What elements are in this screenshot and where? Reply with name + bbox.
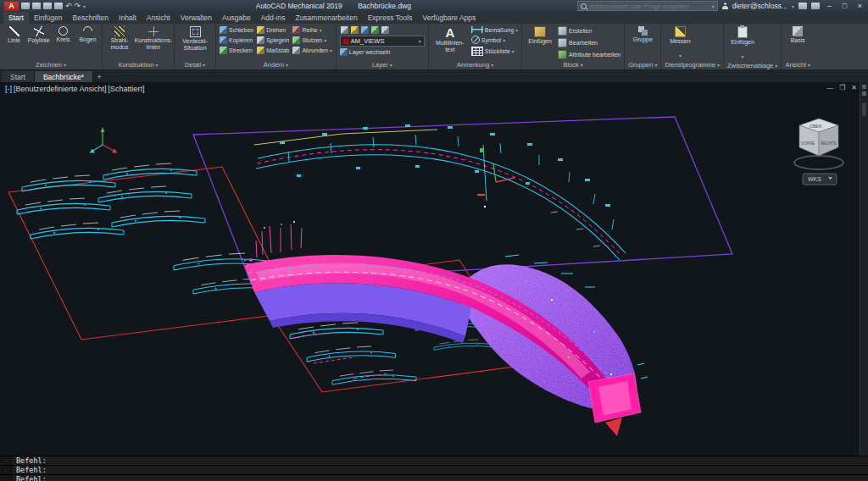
- plot-icon[interactable]: [54, 3, 63, 9]
- tool-block-erstellen[interactable]: Erstellen: [558, 26, 620, 36]
- layer-lock-icon[interactable]: [371, 26, 379, 34]
- tool-block-einfuegen[interactable]: Einfügen: [526, 26, 554, 45]
- file-tab[interactable]: Bachbrücke*: [35, 71, 93, 82]
- ribbon-tab[interactable]: Beschriften: [68, 12, 114, 24]
- ribbon-tab[interactable]: Zusammenarbeiten: [290, 12, 362, 24]
- model-space-view[interactable]: OBEN VORNE RECHTS WKS: [0, 82, 868, 456]
- autocad-logo[interactable]: A: [4, 2, 19, 11]
- user-avatar-icon[interactable]: [722, 3, 728, 9]
- command-row[interactable]: Befehl:: [0, 465, 868, 474]
- undo-icon[interactable]: ↶: [65, 3, 72, 9]
- panel-footer-zwischenablage[interactable]: Zwischenablage: [724, 62, 781, 69]
- panel-footer-aendern[interactable]: Ändern: [216, 60, 336, 69]
- tool-messen[interactable]: Messen: [665, 26, 695, 61]
- tool-multilinientext[interactable]: A Multilinien- text: [432, 26, 468, 53]
- layer-dropdown[interactable]: AM_VIEWS: [340, 36, 425, 47]
- tool-linie[interactable]: Linie: [3, 26, 25, 44]
- tool-block-bearbeiten[interactable]: Bearbeiten: [558, 38, 620, 47]
- viewcube-compass-ring[interactable]: [794, 156, 843, 169]
- viewport-minimize-button[interactable]: —: [826, 84, 833, 91]
- tool-bemassung[interactable]: Bemaßung: [471, 26, 518, 33]
- ribbon-tab[interactable]: Express Tools: [363, 12, 418, 24]
- strip-icon-top[interactable]: [862, 85, 866, 89]
- minimize-button[interactable]: –: [824, 2, 835, 10]
- help-icon[interactable]: [811, 3, 820, 9]
- ribbon-tab[interactable]: Inhalt: [114, 12, 142, 24]
- tool-strecken[interactable]: Strecken: [220, 47, 253, 54]
- new-drawing-tab-button[interactable]: +: [93, 71, 105, 82]
- wks-dropdown[interactable]: WKS: [803, 174, 837, 185]
- command-row[interactable]: Befehl:: [0, 474, 868, 481]
- tool-verdeckt-situation[interactable]: Verdeckt- Situation: [178, 26, 212, 51]
- tool-schieben[interactable]: Schieben: [220, 26, 253, 34]
- layer-match-icon[interactable]: [381, 26, 389, 34]
- close-button[interactable]: ×: [854, 2, 865, 10]
- panel-footer-gruppen[interactable]: Gruppen: [625, 60, 660, 69]
- tool-abrunden[interactable]: Abrunden: [292, 47, 331, 54]
- panel-footer-zeichnen[interactable]: Zeichnen: [0, 60, 102, 69]
- restore-button[interactable]: □: [839, 2, 850, 10]
- viewport-view-control[interactable]: [Benutzerdefinierte Ansicht]: [14, 85, 107, 93]
- tool-attribute-bearbeiten[interactable]: Attribute bearbeiten: [558, 50, 620, 59]
- quick-access-caret-icon[interactable]: [83, 2, 86, 10]
- ribbon-tab[interactable]: Verwalten: [175, 12, 217, 24]
- tool-spiegeln[interactable]: Spiegeln: [257, 36, 289, 44]
- viewcube[interactable]: OBEN VORNE RECHTS: [794, 119, 843, 169]
- panel-footer-konstruktion[interactable]: Konstruktion: [103, 60, 174, 69]
- panel-footer-ansicht[interactable]: Ansicht: [782, 60, 814, 69]
- layer-properties-icon[interactable]: [341, 26, 348, 34]
- ribbon-tab[interactable]: Verfügbare Apps: [417, 12, 481, 24]
- ucs-icon[interactable]: [90, 127, 118, 153]
- viewport-close-button[interactable]: ✕: [851, 84, 857, 91]
- panel-footer-anmerkung[interactable]: Anmerkung: [429, 60, 521, 69]
- group-icon: [638, 26, 648, 36]
- command-line-area[interactable]: Befehl: Befehl: Befehl:: [0, 456, 868, 481]
- user-name[interactable]: dieter@schloss...: [732, 2, 787, 10]
- tool-basis[interactable]: Basis: [785, 26, 810, 44]
- viewport-restore-button[interactable]: ❐: [839, 84, 845, 91]
- save-file-icon[interactable]: [43, 3, 52, 9]
- tool-polylinie[interactable]: Polylinie: [28, 26, 49, 44]
- viewport-visual-style-control[interactable]: [Schattiert]: [108, 85, 145, 93]
- ribbon-tab[interactable]: Ausgabe: [217, 12, 256, 24]
- search-caret-icon[interactable]: [712, 2, 715, 10]
- drawing-area[interactable]: [-] [Benutzerdefinierte Ansicht] [Schatt…: [0, 82, 868, 456]
- panel-footer-block[interactable]: Block: [522, 60, 624, 69]
- caret-icon: [503, 37, 505, 43]
- tool-massstab[interactable]: Maßstab: [257, 47, 289, 54]
- command-row[interactable]: Befehl:: [0, 456, 868, 465]
- app-store-icon[interactable]: [798, 3, 807, 9]
- file-tab[interactable]: Start: [2, 71, 35, 82]
- tool-bogen[interactable]: Bogen: [77, 26, 98, 43]
- tool-kreis[interactable]: Kreis: [53, 26, 74, 43]
- panel-footer-dienstprogramme[interactable]: Dienstprogramme: [661, 61, 723, 69]
- ribbon-tab[interactable]: Ansicht: [142, 12, 175, 24]
- tool-stutzen[interactable]: Stutzen: [292, 36, 331, 44]
- tool-symbol[interactable]: Symbol: [471, 36, 518, 44]
- ribbon-tab[interactable]: Einfügen: [29, 12, 68, 24]
- tool-reihe[interactable]: Reihe: [292, 26, 331, 34]
- new-file-icon[interactable]: [21, 3, 30, 9]
- panel-footer-detail[interactable]: Detail: [175, 60, 215, 69]
- search-box[interactable]: [577, 1, 718, 11]
- tool-gruppe[interactable]: Gruppe: [628, 26, 657, 43]
- strip-scroll-thumb[interactable]: [862, 102, 866, 116]
- tool-konstruktionslinien[interactable]: Konstruktions- linien: [136, 26, 170, 50]
- ribbon-tab[interactable]: Start: [3, 12, 29, 24]
- viewport-minimize-control[interactable]: [-]: [5, 85, 12, 93]
- panel-footer-layer[interactable]: Layer: [337, 60, 428, 69]
- tool-kopieren[interactable]: Kopieren: [220, 36, 253, 44]
- tool-drehen[interactable]: Drehen: [257, 26, 289, 34]
- tool-paste-einfuegen[interactable]: Einfügen: [727, 26, 758, 62]
- search-input[interactable]: [589, 3, 709, 10]
- tool-stueckliste[interactable]: Stückliste: [471, 47, 518, 56]
- open-file-icon[interactable]: [32, 3, 41, 9]
- layer-on-icon[interactable]: [351, 26, 359, 34]
- strip-icon-second[interactable]: [862, 91, 866, 96]
- ribbon-tab[interactable]: Add-ins: [256, 12, 291, 24]
- user-caret-icon[interactable]: [792, 2, 794, 10]
- redo-icon[interactable]: ↷: [75, 3, 81, 9]
- tool-strahlmodus[interactable]: Strahl- modus: [106, 26, 133, 50]
- layer-switch-button[interactable]: Layer wechseln: [340, 48, 425, 56]
- layer-freeze-icon[interactable]: [361, 26, 369, 34]
